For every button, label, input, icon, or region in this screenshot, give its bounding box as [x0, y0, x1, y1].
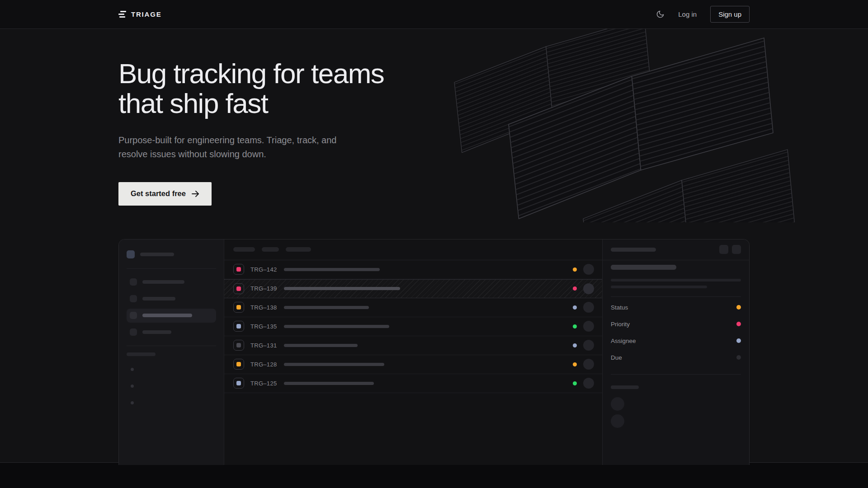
hero-title: Bug tracking for teamsthat ship fast [118, 59, 750, 119]
issue-title-skeleton [284, 363, 384, 366]
status-dot [573, 286, 577, 291]
issue-row: TRG–131 [224, 336, 602, 355]
issue-row: TRG–128 [224, 355, 602, 374]
detail-section-label-skeleton [611, 385, 639, 389]
status-dot [573, 305, 577, 310]
detail-header-buttons [719, 245, 741, 254]
avatar [583, 302, 594, 313]
issue-type-icon [233, 264, 244, 275]
top-nav: TRIAGE Log in Sign up [0, 0, 868, 29]
issue-type-icon [233, 340, 244, 351]
issue-id: TRG–139 [250, 285, 278, 292]
logo-bars-icon [118, 11, 126, 18]
sidebar-nav-skeleton [127, 275, 216, 339]
issue-row: TRG–142 [224, 260, 602, 279]
avatar [583, 359, 594, 370]
issue-id: TRG–138 [250, 304, 278, 311]
status-dot [573, 324, 577, 328]
list-toolbar-skeleton [224, 239, 602, 260]
issue-row: TRG–135 [224, 317, 602, 336]
issue-type-icon [233, 321, 244, 332]
issue-row: TRG–125 [224, 374, 602, 393]
moon-icon [656, 10, 665, 19]
mockup-issue-list: TRG–142TRG–139TRG–138TRG–135TRG–131TRG–1… [224, 239, 603, 465]
field-value-dot [736, 338, 741, 343]
brand-logo[interactable]: TRIAGE [118, 10, 161, 18]
sign-up-button[interactable]: Sign up [710, 6, 750, 23]
workspace-switcher-skeleton [127, 250, 216, 258]
detail-title-skeleton [611, 265, 676, 270]
status-dot [573, 343, 577, 347]
sidebar-item [127, 292, 216, 306]
field-value-dot [736, 355, 741, 360]
hero-subtitle: Purpose-built for engineering teams. Tri… [118, 133, 750, 161]
status-dot [573, 267, 577, 272]
sidebar-item [127, 325, 216, 339]
issue-id: TRG–128 [250, 361, 278, 368]
get-started-button[interactable]: Get started free [118, 182, 212, 206]
field-value-dot [736, 305, 741, 310]
issue-title-skeleton [284, 325, 389, 328]
issue-id: TRG–135 [250, 323, 278, 330]
detail-field: Priority [611, 316, 741, 333]
field-label: Assignee [611, 338, 636, 344]
issue-title-skeleton [284, 306, 369, 309]
avatar [611, 397, 624, 411]
status-dot [573, 381, 577, 385]
issue-id: TRG–131 [250, 342, 278, 349]
issue-list-rows: TRG–142TRG–139TRG–138TRG–135TRG–131TRG–1… [224, 260, 602, 393]
theme-toggle-button[interactable] [656, 10, 665, 19]
issue-type-icon [233, 378, 244, 389]
issue-type-icon [233, 302, 244, 313]
detail-field: Assignee [611, 333, 741, 349]
issue-type-icon [233, 283, 244, 294]
avatar [583, 340, 594, 351]
detail-field: Status [611, 299, 741, 316]
detail-fields: StatusPriorityAssigneeDue [611, 299, 741, 366]
avatar [583, 283, 594, 294]
avatar [611, 414, 624, 428]
sidebar-section-label-skeleton [127, 352, 156, 356]
issue-title-skeleton [284, 287, 400, 290]
field-label: Priority [611, 321, 630, 328]
sidebar-dots [131, 368, 216, 404]
avatar [583, 378, 594, 389]
issue-type-icon [233, 359, 244, 370]
product-mockup: TRG–142TRG–139TRG–138TRG–135TRG–131TRG–1… [118, 239, 750, 465]
sidebar-item [127, 275, 216, 289]
workspace-avatar [127, 250, 135, 258]
issue-title-skeleton [284, 344, 358, 347]
detail-header-skeleton [603, 239, 749, 260]
issue-id: TRG–125 [250, 380, 278, 387]
sidebar-item-active [127, 309, 216, 323]
detail-text-skeleton [611, 279, 741, 282]
issue-id: TRG–142 [250, 266, 278, 273]
field-label: Due [611, 354, 622, 361]
arrow-right-icon [192, 191, 199, 197]
field-label: Status [611, 304, 628, 311]
issue-title-skeleton [284, 382, 374, 385]
issue-row: TRG–138 [224, 298, 602, 317]
field-value-dot [736, 322, 741, 326]
mockup-detail-panel: StatusPriorityAssigneeDue [603, 239, 749, 465]
avatar [583, 264, 594, 275]
detail-field: Due [611, 349, 741, 366]
issue-row: TRG–139 [224, 279, 602, 298]
mockup-sidebar [119, 239, 224, 465]
brand-name: TRIAGE [131, 10, 161, 18]
avatar [583, 321, 594, 332]
footer-strip [0, 462, 868, 488]
issue-title-skeleton [284, 268, 380, 271]
status-dot [573, 362, 577, 366]
log-in-link[interactable]: Log in [678, 10, 697, 18]
detail-text-skeleton [611, 286, 707, 288]
